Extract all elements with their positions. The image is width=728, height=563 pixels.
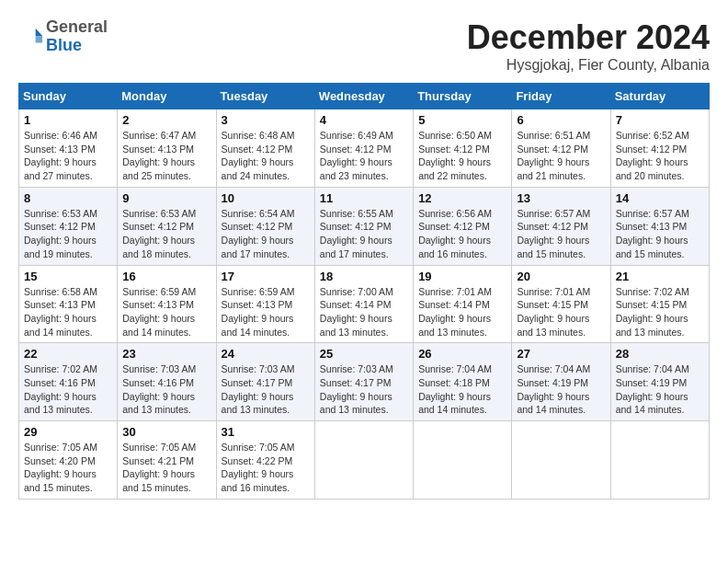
- weekday-header: Wednesday: [314, 84, 413, 109]
- day-info: Sunrise: 6:57 AM Sunset: 4:13 PM Dayligh…: [616, 207, 704, 261]
- day-info: Sunrise: 6:53 AM Sunset: 4:12 PM Dayligh…: [24, 207, 112, 261]
- day-info: Sunrise: 6:49 AM Sunset: 4:12 PM Dayligh…: [320, 129, 408, 183]
- logo-icon: [18, 24, 44, 50]
- day-info: Sunrise: 7:03 AM Sunset: 4:17 PM Dayligh…: [320, 362, 408, 417]
- day-info: Sunrise: 7:04 AM Sunset: 4:19 PM Dayligh…: [517, 362, 605, 417]
- day-info: Sunrise: 6:53 AM Sunset: 4:12 PM Dayligh…: [122, 207, 210, 261]
- day-info: Sunrise: 6:46 AM Sunset: 4:13 PM Dayligh…: [24, 129, 112, 183]
- day-info: Sunrise: 7:05 AM Sunset: 4:22 PM Dayligh…: [222, 441, 310, 495]
- day-number: 24: [222, 347, 310, 361]
- day-number: 23: [122, 347, 210, 361]
- day-number: 8: [24, 191, 112, 205]
- day-info: Sunrise: 6:52 AM Sunset: 4:12 PM Dayligh…: [616, 129, 704, 183]
- day-number: 26: [418, 347, 506, 361]
- month-title: December 2024: [467, 18, 710, 57]
- calendar-cell: 21 Sunrise: 7:02 AM Sunset: 4:15 PM Dayl…: [610, 265, 709, 343]
- day-info: Sunrise: 6:58 AM Sunset: 4:13 PM Dayligh…: [24, 285, 112, 339]
- calendar-cell: 11 Sunrise: 6:55 AM Sunset: 4:12 PM Dayl…: [314, 187, 413, 265]
- calendar-week-row: 22 Sunrise: 7:02 AM Sunset: 4:16 PM Dayl…: [19, 343, 710, 421]
- calendar-cell: [414, 421, 512, 500]
- day-info: Sunrise: 7:05 AM Sunset: 4:21 PM Dayligh…: [122, 441, 210, 495]
- calendar-cell: 23 Sunrise: 7:03 AM Sunset: 4:16 PM Dayl…: [118, 343, 216, 421]
- svg-marker-1: [36, 36, 42, 42]
- calendar-week-row: 29 Sunrise: 7:05 AM Sunset: 4:20 PM Dayl…: [19, 421, 710, 500]
- day-number: 4: [320, 113, 408, 127]
- day-number: 22: [24, 347, 112, 361]
- day-number: 28: [616, 347, 704, 361]
- calendar-week-row: 1 Sunrise: 6:46 AM Sunset: 4:13 PM Dayli…: [19, 109, 710, 188]
- calendar-cell: 28 Sunrise: 7:04 AM Sunset: 4:19 PM Dayl…: [610, 343, 709, 421]
- logo: General Blue: [18, 18, 108, 55]
- calendar-cell: 22 Sunrise: 7:02 AM Sunset: 4:16 PM Dayl…: [19, 343, 118, 421]
- day-info: Sunrise: 6:57 AM Sunset: 4:12 PM Dayligh…: [517, 207, 605, 261]
- day-info: Sunrise: 7:04 AM Sunset: 4:18 PM Dayligh…: [418, 362, 506, 417]
- weekday-header: Sunday: [19, 84, 118, 109]
- day-number: 11: [320, 191, 408, 205]
- calendar-cell: 5 Sunrise: 6:50 AM Sunset: 4:12 PM Dayli…: [414, 109, 512, 188]
- calendar-cell: [610, 421, 709, 500]
- day-number: 17: [222, 270, 310, 283]
- calendar-cell: 25 Sunrise: 7:03 AM Sunset: 4:17 PM Dayl…: [314, 343, 413, 421]
- calendar-cell: 7 Sunrise: 6:52 AM Sunset: 4:12 PM Dayli…: [610, 109, 709, 188]
- day-number: 30: [122, 425, 210, 439]
- day-number: 19: [418, 270, 506, 283]
- calendar-cell: 29 Sunrise: 7:05 AM Sunset: 4:20 PM Dayl…: [19, 421, 118, 500]
- calendar-cell: 4 Sunrise: 6:49 AM Sunset: 4:12 PM Dayli…: [314, 109, 413, 188]
- day-number: 27: [517, 347, 605, 361]
- day-number: 1: [24, 113, 112, 127]
- calendar-header-row: SundayMondayTuesdayWednesdayThursdayFrid…: [19, 84, 710, 109]
- day-number: 10: [222, 191, 310, 205]
- calendar-cell: 15 Sunrise: 6:58 AM Sunset: 4:13 PM Dayl…: [19, 265, 118, 343]
- calendar-cell: 10 Sunrise: 6:54 AM Sunset: 4:12 PM Dayl…: [216, 187, 314, 265]
- calendar-cell: 26 Sunrise: 7:04 AM Sunset: 4:18 PM Dayl…: [414, 343, 512, 421]
- calendar-cell: [512, 421, 610, 500]
- calendar-cell: 30 Sunrise: 7:05 AM Sunset: 4:21 PM Dayl…: [118, 421, 216, 500]
- day-info: Sunrise: 7:01 AM Sunset: 4:15 PM Dayligh…: [517, 285, 605, 339]
- day-info: Sunrise: 7:02 AM Sunset: 4:15 PM Dayligh…: [616, 285, 704, 339]
- calendar-cell: 24 Sunrise: 7:03 AM Sunset: 4:17 PM Dayl…: [216, 343, 314, 421]
- calendar-cell: 1 Sunrise: 6:46 AM Sunset: 4:13 PM Dayli…: [19, 109, 118, 188]
- day-info: Sunrise: 6:55 AM Sunset: 4:12 PM Dayligh…: [320, 207, 408, 261]
- day-info: Sunrise: 6:56 AM Sunset: 4:12 PM Dayligh…: [418, 207, 506, 261]
- day-number: 9: [122, 191, 210, 205]
- day-info: Sunrise: 6:47 AM Sunset: 4:13 PM Dayligh…: [122, 129, 210, 183]
- day-info: Sunrise: 6:59 AM Sunset: 4:13 PM Dayligh…: [222, 285, 310, 339]
- day-number: 20: [517, 270, 605, 283]
- calendar-cell: 13 Sunrise: 6:57 AM Sunset: 4:12 PM Dayl…: [512, 187, 610, 265]
- day-info: Sunrise: 6:54 AM Sunset: 4:12 PM Dayligh…: [222, 207, 310, 261]
- calendar-week-row: 15 Sunrise: 6:58 AM Sunset: 4:13 PM Dayl…: [19, 265, 710, 343]
- calendar-cell: 2 Sunrise: 6:47 AM Sunset: 4:13 PM Dayli…: [118, 109, 216, 188]
- calendar-cell: 3 Sunrise: 6:48 AM Sunset: 4:12 PM Dayli…: [216, 109, 314, 188]
- calendar-cell: 27 Sunrise: 7:04 AM Sunset: 4:19 PM Dayl…: [512, 343, 610, 421]
- day-info: Sunrise: 7:04 AM Sunset: 4:19 PM Dayligh…: [616, 362, 704, 417]
- weekday-header: Tuesday: [216, 84, 314, 109]
- page-header: General Blue December 2024 Hysgjokaj, Fi…: [18, 18, 710, 74]
- day-number: 12: [418, 191, 506, 205]
- day-info: Sunrise: 6:50 AM Sunset: 4:12 PM Dayligh…: [418, 129, 506, 183]
- svg-marker-0: [36, 28, 42, 35]
- weekday-header: Friday: [512, 84, 610, 109]
- day-number: 13: [517, 191, 605, 205]
- calendar-cell: 17 Sunrise: 6:59 AM Sunset: 4:13 PM Dayl…: [216, 265, 314, 343]
- day-info: Sunrise: 7:00 AM Sunset: 4:14 PM Dayligh…: [320, 285, 408, 339]
- day-info: Sunrise: 6:59 AM Sunset: 4:13 PM Dayligh…: [122, 285, 210, 339]
- calendar-cell: 31 Sunrise: 7:05 AM Sunset: 4:22 PM Dayl…: [216, 421, 314, 500]
- day-number: 31: [222, 425, 310, 439]
- title-block: December 2024 Hysgjokaj, Fier County, Al…: [467, 18, 710, 74]
- calendar-cell: 9 Sunrise: 6:53 AM Sunset: 4:12 PM Dayli…: [118, 187, 216, 265]
- day-info: Sunrise: 6:48 AM Sunset: 4:12 PM Dayligh…: [222, 129, 310, 183]
- calendar-cell: 18 Sunrise: 7:00 AM Sunset: 4:14 PM Dayl…: [314, 265, 413, 343]
- day-info: Sunrise: 6:51 AM Sunset: 4:12 PM Dayligh…: [517, 129, 605, 183]
- calendar-cell: 16 Sunrise: 6:59 AM Sunset: 4:13 PM Dayl…: [118, 265, 216, 343]
- day-number: 15: [24, 270, 112, 283]
- calendar-cell: [314, 421, 413, 500]
- location-title: Hysgjokaj, Fier County, Albania: [467, 57, 710, 74]
- day-info: Sunrise: 7:03 AM Sunset: 4:16 PM Dayligh…: [122, 362, 210, 417]
- day-number: 6: [517, 113, 605, 127]
- day-info: Sunrise: 7:01 AM Sunset: 4:14 PM Dayligh…: [418, 285, 506, 339]
- day-number: 14: [616, 191, 704, 205]
- weekday-header: Thursday: [414, 84, 512, 109]
- calendar-cell: 8 Sunrise: 6:53 AM Sunset: 4:12 PM Dayli…: [19, 187, 118, 265]
- calendar-cell: 14 Sunrise: 6:57 AM Sunset: 4:13 PM Dayl…: [610, 187, 709, 265]
- logo-blue-text: Blue: [46, 37, 108, 55]
